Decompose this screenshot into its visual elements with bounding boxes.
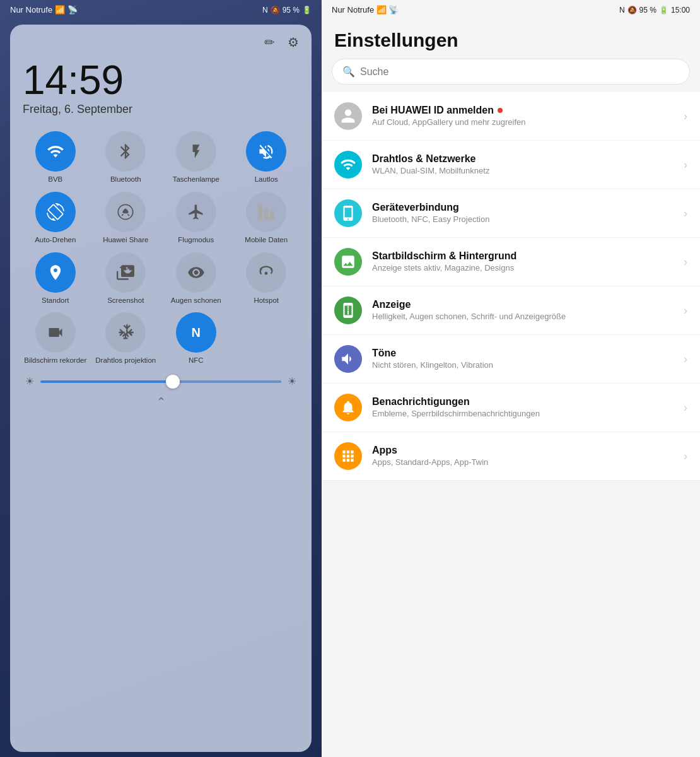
start-subtitle: Anzeige stets aktiv, Magazine, Designs [372,263,674,274]
quick-label-bluetooth: Bluetooth [110,175,141,184]
status-right-icons-left: N 🔕 95 % 🔋 [262,6,312,15]
quick-label-bildschirmrekorder: Bildschirm rekorder [24,356,86,365]
settings-item-anzeige[interactable]: Anzeige Helligkeit, Augen schonen, Schri… [322,286,700,335]
search-bar[interactable]: 🔍 [332,59,690,85]
quick-item-nfc[interactable]: N NFC [163,312,229,365]
quick-label-flugmodus: Flugmodus [178,236,214,245]
quick-item-mobile-daten[interactable]: Mobile Daten [234,192,300,245]
brightness-row: ☀ ☀ [23,375,299,387]
quick-label-bvb: BVB [48,175,62,184]
geraete-icon-wrap [334,199,362,227]
date-display: Freitag, 6. September [23,103,299,116]
battery-right: 95 % [639,6,656,15]
quick-item-screenshot[interactable]: Screenshot [93,252,159,305]
apps-title: Apps [372,445,674,456]
settings-item-benachrichtigungen[interactable]: Benachrichtigungen Embleme, Sperrbildsch… [322,384,700,432]
settings-content: Einstellungen 🔍 Bei HUAWEI ID anmelden A… [322,20,700,757]
settings-item-apps[interactable]: Apps Apps, Standard-Apps, App-Twin › [322,432,700,481]
time-display: 14:59 [23,60,299,100]
brightness-low-icon: ☀ [25,375,34,387]
apps-subtitle: Apps, Standard-Apps, App-Twin [372,457,674,468]
quick-settings-card: ✏ ⚙ 14:59 Freitag, 6. September BVB Blue… [10,25,312,752]
mute-icon-status: 🔕 [271,6,280,15]
nfc-icon-status: N [262,6,268,15]
apps-text: Apps Apps, Standard-Apps, App-Twin [372,445,674,468]
quick-label-lautlos: Lautlos [255,175,278,184]
geraete-text: Geräteverbindung Bluetooth, NFC, Easy Pr… [372,202,674,225]
status-emergency-right: Nur Notrufe 📶 📡 [332,5,399,15]
quick-item-bvb[interactable]: BVB [23,131,88,184]
benach-text: Benachrichtigungen Embleme, Sperrbildsch… [372,396,674,420]
start-text: Startbildschirm & Hintergrund Anzeige st… [372,250,674,274]
quick-item-flugmodus[interactable]: Flugmodus [163,192,229,245]
start-icon-wrap [334,248,362,276]
brightness-track[interactable] [40,380,281,383]
chevron-apps: › [684,450,687,463]
settings-title: Einstellungen [322,20,700,59]
right-panel: Nur Notrufe 📶 📡 N 🔕 95 % 🔋 15:00 Einstel… [322,0,700,757]
quick-item-hotspot[interactable]: Hotspot [234,252,300,305]
status-bar-right: Nur Notrufe 📶 📡 N 🔕 95 % 🔋 15:00 [322,0,700,20]
quick-item-standort[interactable]: Standort [23,252,88,305]
quick-item-bluetooth[interactable]: Bluetooth [93,131,159,184]
quick-item-bildschirmrekorder[interactable]: Bildschirm rekorder [23,312,88,365]
quick-item-lautlos[interactable]: Lautlos [234,131,300,184]
search-input[interactable] [360,66,679,78]
toene-title: Töne [372,348,674,359]
search-icon: 🔍 [342,66,355,78]
quick-label-mobile-daten: Mobile Daten [245,236,288,245]
benach-subtitle: Embleme, Sperrbildschirmbenachrichtigung… [372,409,674,420]
chevron-geraete: › [684,207,687,220]
brightness-thumb[interactable] [166,375,180,389]
quick-label-taschenlampe: Taschenlampe [173,175,219,184]
red-dot-huawei [498,108,503,113]
quick-label-auto-drehen: Auto-Drehen [35,236,76,245]
chevron-anzeige: › [684,304,687,317]
drahtlos-title: Drahtlos & Netzwerke [372,153,674,165]
huawei-id-title: Bei HUAWEI ID anmelden [372,105,674,116]
quick-label-nfc: NFC [189,356,204,365]
drahtlos-text: Drahtlos & Netzwerke WLAN, Dual-SIM, Mob… [372,153,674,177]
wifi-icon-left: 📡 [67,5,78,15]
signal-icon-right: 📶 📡 [376,5,399,15]
geraete-title: Geräteverbindung [372,202,674,213]
toene-text: Töne Nicht stören, Klingelton, Vibration [372,348,674,371]
toene-subtitle: Nicht stören, Klingelton, Vibration [372,360,674,371]
chevron-toene: › [684,353,687,366]
chevron-drahtlos: › [684,158,687,172]
drahtlos-subtitle: WLAN, Dual-SIM, Mobilfunknetz [372,166,674,177]
quick-item-auto-drehen[interactable]: Auto-Drehen [23,192,88,245]
settings-icon-left[interactable]: ⚙ [288,35,299,50]
left-panel: Nur Notrufe 📶 📡 N 🔕 95 % 🔋 ✏ ⚙ 14:59 Fre… [0,0,322,757]
huawei-id-text: Bei HUAWEI ID anmelden Auf Cloud, AppGal… [372,105,674,128]
chevron-huawei-id: › [684,110,687,123]
settings-list: Bei HUAWEI ID anmelden Auf Cloud, AppGal… [322,92,700,481]
settings-item-toene[interactable]: Töne Nicht stören, Klingelton, Vibration… [322,335,700,384]
chevron-start: › [684,255,687,269]
settings-item-startbildschirm[interactable]: Startbildschirm & Hintergrund Anzeige st… [322,238,700,286]
anzeige-text: Anzeige Helligkeit, Augen schonen, Schri… [372,299,674,322]
battery-icon-left: 🔋 [302,6,312,15]
edit-icon[interactable]: ✏ [264,35,275,50]
chevron-benach: › [684,401,687,414]
emergency-text-left: Nur Notrufe [10,5,52,15]
quick-item-huawei-share[interactable]: Huawei Share [93,192,159,245]
apps-icon-wrap [334,442,362,470]
benach-icon-wrap [334,394,362,421]
swipe-indicator: ⌃ [23,387,299,414]
card-toolbar: ✏ ⚙ [23,35,299,50]
settings-item-drahtlos[interactable]: Drahtlos & Netzwerke WLAN, Dual-SIM, Mob… [322,141,700,189]
brightness-high-icon: ☀ [288,375,296,387]
quick-item-taschenlampe[interactable]: Taschenlampe [163,131,229,184]
status-left-info: Nur Notrufe 📶 📡 [10,5,78,15]
drahtlos-icon-wrap [334,151,362,179]
quick-label-augen-schonen: Augen schonen [171,296,221,305]
quick-item-augen-schonen[interactable]: Augen schonen [163,252,229,305]
toene-icon-wrap [334,345,362,373]
anzeige-subtitle: Helligkeit, Augen schonen, Schrift- und … [372,312,674,322]
settings-item-geraeteverbindung[interactable]: Geräteverbindung Bluetooth, NFC, Easy Pr… [322,189,700,238]
settings-item-huawei-id[interactable]: Bei HUAWEI ID anmelden Auf Cloud, AppGal… [322,92,700,141]
signal-icon-left: 📶 [55,5,65,15]
huawei-id-icon-wrap [334,102,362,130]
quick-item-drahtlosprojektion[interactable]: Drahtlos projektion [93,312,159,365]
